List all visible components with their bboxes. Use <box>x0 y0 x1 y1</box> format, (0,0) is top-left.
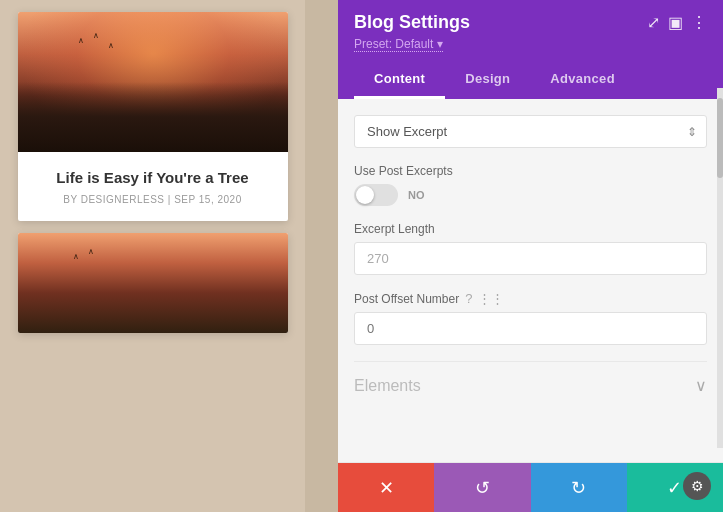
show-excerpt-select[interactable]: Show Excerpt <box>354 115 707 148</box>
bird-decoration-2: ∧ <box>88 248 94 256</box>
bird-decoration-2: ∧ <box>73 253 79 261</box>
blog-card-main: ∧ ∧ ∧ Life is Easy if You're a Tree BY D… <box>18 12 288 221</box>
blog-card-image: ∧ ∧ ∧ <box>18 12 288 152</box>
corner-settings-icon[interactable]: ⚙ <box>683 472 711 500</box>
more-options-icon[interactable]: ⋮ <box>691 13 707 32</box>
tab-design[interactable]: Design <box>445 61 530 99</box>
blog-card-content: Life is Easy if You're a Tree BY DESIGNE… <box>18 152 288 221</box>
layout-icon[interactable]: ▣ <box>668 13 683 32</box>
post-excerpts-toggle[interactable] <box>354 184 398 206</box>
resize-icon[interactable]: ⤢ <box>647 13 660 32</box>
redo-button[interactable]: ↻ <box>531 463 627 512</box>
field-menu-icon[interactable]: ⋮⋮ <box>478 291 504 306</box>
excerpt-length-input[interactable] <box>354 242 707 275</box>
scrollbar-thumb <box>717 98 723 178</box>
preset-label[interactable]: Preset: Default ▾ <box>354 37 443 52</box>
blog-preview-area: ∧ ∧ ∧ Life is Easy if You're a Tree BY D… <box>0 0 305 512</box>
panel-title: Blog Settings <box>354 12 470 33</box>
help-icon[interactable]: ? <box>465 291 472 306</box>
elements-section-header[interactable]: Elements ∨ <box>354 361 707 399</box>
scrollbar-track[interactable] <box>717 88 723 448</box>
elements-section-title: Elements <box>354 377 421 395</box>
post-offset-input[interactable] <box>354 312 707 345</box>
tab-advanced[interactable]: Advanced <box>530 61 635 99</box>
use-post-excerpts-field: Use Post Excerpts NO <box>354 164 707 206</box>
blog-card-secondary-image: ∧ ∧ <box>18 233 288 333</box>
show-excerpt-field: Show Excerpt <box>354 115 707 148</box>
undo-button[interactable]: ↺ <box>434 463 530 512</box>
toggle-state-label: NO <box>408 189 425 201</box>
post-offset-field: Post Offset Number ? ⋮⋮ <box>354 291 707 345</box>
post-offset-label: Post Offset Number ? ⋮⋮ <box>354 291 707 306</box>
panel-toolbar: ✕ ↺ ↻ ✓ <box>338 462 723 512</box>
bird-decoration: ∧ <box>108 42 114 50</box>
toggle-knob <box>356 186 374 204</box>
show-excerpt-select-wrapper: Show Excerpt <box>354 115 707 148</box>
settings-panel: Blog Settings ⤢ ▣ ⋮ Preset: Default ▾ Co… <box>338 0 723 512</box>
panel-header-icons: ⤢ ▣ ⋮ <box>647 13 707 32</box>
tab-content[interactable]: Content <box>354 61 445 99</box>
blog-card-secondary: ∧ ∧ <box>18 233 288 333</box>
excerpt-length-field: Excerpt Length <box>354 222 707 275</box>
panel-header: Blog Settings ⤢ ▣ ⋮ Preset: Default ▾ Co… <box>338 0 723 99</box>
panel-body: Show Excerpt Use Post Excerpts NO Excerp… <box>338 99 723 462</box>
panel-preset: Preset: Default ▾ <box>354 37 707 51</box>
bird-decoration: ∧ <box>78 37 84 45</box>
bird-decoration: ∧ <box>93 32 99 40</box>
use-post-excerpts-label: Use Post Excerpts <box>354 164 707 178</box>
panel-tabs: Content Design Advanced <box>354 61 707 99</box>
elements-chevron-down-icon: ∨ <box>695 376 707 395</box>
toggle-wrapper: NO <box>354 184 707 206</box>
blog-card-title: Life is Easy if You're a Tree <box>34 168 272 188</box>
excerpt-length-label: Excerpt Length <box>354 222 707 236</box>
panel-header-top: Blog Settings ⤢ ▣ ⋮ <box>354 12 707 33</box>
blog-card-meta: BY DESIGNERLESS | SEP 15, 2020 <box>34 194 272 205</box>
cancel-button[interactable]: ✕ <box>338 463 434 512</box>
